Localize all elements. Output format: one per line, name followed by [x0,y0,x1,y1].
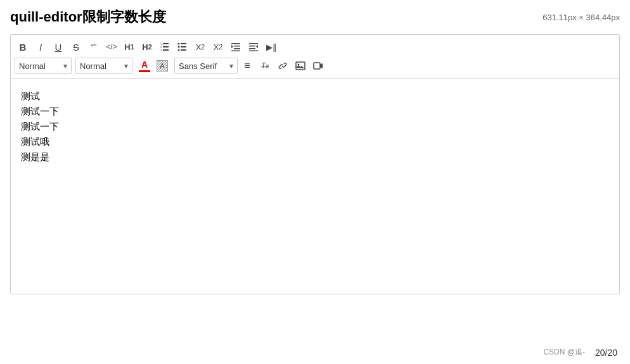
link-button[interactable] [274,58,291,74]
font-color-underline [139,70,150,72]
h1-button[interactable]: H1 [121,39,138,55]
editor-line-1: 测试 [21,89,609,104]
indent-left-button[interactable] [245,39,262,55]
editor-line-2: 测试一下 [21,104,609,119]
svg-rect-18 [249,46,255,47]
header-select[interactable]: Normal Heading 1 Heading 2 Heading 3 [75,58,132,74]
dimensions-label: 631.11px × 364.44px [543,13,620,22]
editor-line-3: 测试一下 [21,119,609,134]
italic-button[interactable]: I [32,39,49,55]
bold-button[interactable]: B [15,39,31,55]
svg-point-11 [178,49,180,51]
svg-rect-6 [181,43,186,44]
size-select-wrap[interactable]: Normal Small Large Huge ▼ [15,58,72,74]
superscript-button[interactable]: X2 [210,39,226,55]
clear-format-button[interactable]: Tx [257,58,273,74]
word-count: 20/20 [595,348,617,358]
code-button[interactable]: </> [103,39,120,55]
svg-marker-16 [231,45,233,48]
svg-rect-19 [249,48,255,49]
svg-rect-7 [181,46,186,47]
page-header: quill-editor限制字数长度 631.11px × 364.44px [0,0,630,32]
align-button[interactable]: ≡ [239,58,255,74]
editor-line-4: 测试哦 [21,134,609,149]
svg-rect-0 [163,43,169,44]
editor-container: B I U S “” </> H1 H2 1 2 3 [10,34,620,294]
toolbar-row-1: B I U S “” </> H1 H2 1 2 3 [15,37,615,56]
svg-text:3: 3 [160,49,162,52]
svg-rect-22 [296,62,305,70]
svg-rect-17 [249,43,258,44]
editor-line-5: 测是是 [21,149,609,165]
svg-rect-20 [249,51,258,52]
page-title: quill-editor限制字数长度 [10,8,166,27]
svg-rect-12 [231,43,240,44]
highlight-button[interactable]: A [154,58,170,74]
image-button[interactable] [292,58,309,74]
svg-rect-1 [163,46,169,47]
underline-button[interactable]: U [50,39,67,55]
svg-rect-24 [314,63,320,69]
font-select-wrap[interactable]: Sans Serif Serif Monospace ▼ [174,58,238,74]
video-button[interactable] [310,58,326,74]
h2-button[interactable]: H2 [139,39,155,55]
header-select-wrap[interactable]: Normal Heading 1 Heading 2 Heading 3 ▼ [75,58,132,74]
strikethrough-button[interactable]: S [68,39,84,55]
blockquote-button[interactable]: “” [86,39,102,55]
font-color-icon: A [141,60,148,70]
editor-content[interactable]: 测试 测试一下 测试一下 测试哦 测是是 [11,78,619,294]
svg-rect-15 [231,51,240,52]
svg-rect-13 [234,46,240,47]
highlight-icon: A [157,60,168,72]
svg-point-10 [178,46,180,48]
indent-right-button[interactable] [228,39,244,55]
font-color-button[interactable]: A [136,58,153,74]
bullet-list-button[interactable] [174,39,191,55]
csdn-label: CSDN @追- [543,347,585,358]
toolbar-row-2: Normal Small Large Huge ▼ Normal Heading… [15,56,615,75]
ordered-list-button[interactable]: 1 2 3 [157,39,173,55]
font-select[interactable]: Sans Serif Serif Monospace [174,58,238,74]
direction-button[interactable]: ▶‖ [263,39,280,55]
svg-point-9 [178,43,180,45]
size-select[interactable]: Normal Small Large Huge [15,58,72,74]
subscript-button[interactable]: X2 [192,39,209,55]
svg-rect-14 [234,48,240,49]
svg-rect-2 [163,49,169,51]
svg-marker-21 [256,45,258,48]
toolbar: B I U S “” </> H1 H2 1 2 3 [11,35,619,78]
svg-rect-8 [181,49,186,51]
footer-bar: CSDN @追- 20/20 [543,347,617,358]
